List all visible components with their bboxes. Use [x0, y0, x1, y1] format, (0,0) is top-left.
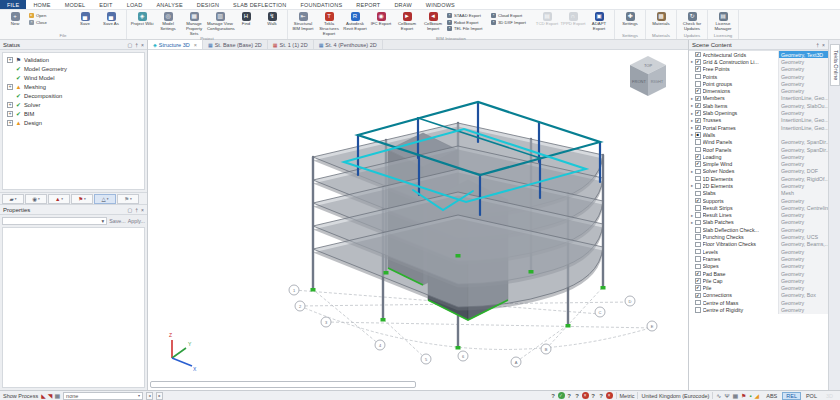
close-icon[interactable]: ×	[822, 42, 825, 48]
scene-row-slab-openings[interactable]: ▸✔Slab OpeningsGeometry	[689, 109, 828, 116]
ribbon-button-save[interactable]: ▄Save	[72, 11, 98, 27]
checkbox-on[interactable]: ✔	[695, 161, 701, 167]
analysis-status-8-icon[interactable]: ×	[606, 392, 613, 399]
ribbon-tab-model[interactable]: MODEL	[58, 0, 93, 9]
view-tab-st-4-penthouse-2d[interactable]: ▦St. 4 (Penthouse) 2D	[314, 40, 383, 49]
scene-row-pad-base[interactable]: ✔Pad BaseGeometry	[689, 270, 828, 277]
scene-row-2d-elements[interactable]: ▸2D ElementsGeometry	[689, 182, 828, 189]
ribbon-tab-file[interactable]: FILE	[0, 0, 26, 9]
analysis-status-3-icon[interactable]: ?	[566, 392, 573, 399]
command-input[interactable]	[150, 381, 416, 388]
ribbon-button-model-settings[interactable]: ◎Model Settings	[155, 11, 181, 32]
checkbox-on[interactable]: ✔	[695, 110, 701, 116]
ribbon-button-cloud-export[interactable]: ▪Cloud Export	[491, 13, 533, 18]
checkbox-off[interactable]	[695, 74, 701, 80]
checkbox-off[interactable]	[695, 147, 701, 153]
expander-icon[interactable]: +	[7, 57, 13, 63]
checkbox-on[interactable]: ✔	[695, 285, 701, 291]
checkbox-off[interactable]	[695, 212, 701, 218]
close-icon[interactable]: ×	[141, 207, 144, 213]
scene-row-slopes[interactable]: SlopesGeometry	[689, 263, 828, 270]
view-tab-st-base-base-2d[interactable]: ▦St. Base (Base) 2D	[203, 40, 268, 49]
checkbox-off[interactable]	[695, 205, 701, 211]
scene-row-roof-panels[interactable]: Roof PanelsGeometry, SpanDir...	[689, 146, 828, 153]
ribbon-button-new[interactable]: +New	[2, 11, 28, 27]
checkbox-on[interactable]: ✔	[695, 88, 701, 94]
ribbon-tab-slab-deflection[interactable]: SLAB DEFLECTION	[226, 0, 293, 9]
checkbox-off[interactable]	[695, 234, 701, 240]
checkbox-mixed[interactable]: ■	[695, 132, 701, 138]
scene-row-wind-panels[interactable]: Wind PanelsGeometry, SpanDir...	[689, 139, 828, 146]
scene-row-connections[interactable]: ✔ConnectionsGeometry, Box	[689, 292, 828, 299]
checkbox-on[interactable]: ✔	[695, 59, 701, 65]
checkbox-off[interactable]	[695, 81, 701, 87]
scene-row-pile[interactable]: ✔PileGeometry	[689, 285, 828, 292]
status-item-bim[interactable]: +✔BIM	[3, 109, 144, 118]
status-item-decomposition[interactable]: +✔Decomposition	[3, 91, 144, 100]
checkbox-off[interactable]	[695, 176, 701, 182]
checkbox-on[interactable]: ✔	[695, 154, 701, 160]
view-tab-st-1-1-2d[interactable]: ▦St. 1 (1) 2D	[268, 40, 314, 49]
ribbon-button-tppd-export[interactable]: ∩TPPD Export	[560, 11, 586, 27]
close-icon[interactable]: ×	[141, 42, 144, 48]
prev-button[interactable]: ◂	[146, 392, 153, 400]
analysis-status-1-icon[interactable]: ?	[550, 392, 557, 399]
expander-icon[interactable]: +	[7, 102, 13, 108]
ribbon-button-open[interactable]: ▸Open	[29, 13, 71, 18]
tree-icon[interactable]: Ψ	[724, 392, 729, 400]
ribbon-tab-analyse[interactable]: ANALYSE	[149, 0, 189, 9]
checkbox-off[interactable]	[695, 169, 701, 175]
scene-row-slab-patches[interactable]: ▸Slab PatchesGeometry	[689, 219, 828, 226]
scene-row-points[interactable]: PointsGeometry	[689, 73, 828, 80]
checkbox-on[interactable]: ✔	[695, 125, 701, 131]
ribbon-tab-draw[interactable]: DRAW	[387, 0, 418, 9]
checkbox-off[interactable]	[695, 227, 701, 233]
ribbon-button-manage-view-configurations[interactable]: ▥Manage View Configurations	[207, 11, 233, 32]
view-cube[interactable]: TOP FRONT RIGHT	[630, 56, 666, 96]
ribbon-button-ifc-export[interactable]: ◉IFC Export	[368, 11, 394, 27]
properties-preset-select[interactable]: ▾	[2, 217, 107, 225]
checkbox-off[interactable]	[695, 191, 701, 197]
scene-row-frames[interactable]: FramesGeometry	[689, 255, 828, 262]
scene-row-centre-of-rigidity[interactable]: Centre of RigidityGeometry	[689, 306, 828, 313]
scene-row-slab-deflection-check[interactable]: Slab Deflection Check...Geometry	[689, 226, 828, 233]
scene-row-1d-elements[interactable]: 1D ElementsGeometry, RigidOf...	[689, 175, 828, 182]
quick-tool-button-4[interactable]: ⚑▾	[71, 194, 93, 204]
quick-tool-button-6[interactable]: ⚑▾	[117, 194, 139, 204]
pin-icon[interactable]: †	[135, 207, 138, 213]
checkbox-on[interactable]: ✔	[695, 103, 701, 109]
apply-preset-link[interactable]: Apply...	[128, 218, 145, 224]
scene-row-simple-wind[interactable]: ✔Simple WindGeometry	[689, 160, 828, 167]
ribbon-tab-design[interactable]: DESIGN	[190, 0, 226, 9]
analysis-status-2-icon[interactable]: ✓	[558, 392, 565, 399]
ribbon-button-manage-property-sets[interactable]: ▦Manage Property Sets	[181, 11, 207, 36]
ribbon-tab-report[interactable]: REPORT	[349, 0, 387, 9]
analysis-status-4-icon[interactable]: ?	[574, 392, 581, 399]
scene-row-walls[interactable]: ▸■Walls	[689, 131, 828, 138]
ribbon-tab-windows[interactable]: WINDOWS	[419, 0, 462, 9]
expander-icon[interactable]: +	[7, 84, 13, 90]
ribbon-tab-home[interactable]: HOME	[26, 0, 57, 9]
scene-row-loading[interactable]: ✔LoadingGeometry	[689, 153, 828, 160]
status-item-solver[interactable]: +✔Solver	[3, 100, 144, 109]
checkbox-off[interactable]	[695, 139, 701, 145]
status-item-wind-model[interactable]: +✔Wind Model	[3, 73, 144, 82]
clip-icon[interactable]: ◣	[41, 392, 46, 400]
flag-icon[interactable]: ⚑	[741, 392, 746, 400]
grid-2-icon[interactable]: ▦	[732, 392, 738, 400]
ribbon-tab-edit[interactable]: EDIT	[92, 0, 119, 9]
scene-row-punching-checks[interactable]: Punching ChecksGeometry, UCS	[689, 233, 828, 240]
checkbox-on[interactable]: ✔	[695, 66, 701, 72]
scene-row-pile-cap[interactable]: ✔Pile CapGeometry	[689, 277, 828, 284]
checkbox-on[interactable]: ✔	[695, 198, 701, 204]
ribbon-button-close[interactable]: ×Close	[29, 20, 71, 25]
scene-row-floor-vibration-checks[interactable]: Floor Vibration ChecksGeometry, Beams,..…	[689, 241, 828, 248]
checkbox-on[interactable]: ✔	[695, 271, 701, 277]
scene-row-architectural-grids[interactable]: ✔Architectural GridsGeometry, Text3D	[689, 51, 828, 58]
quick-tool-button-3[interactable]: ▲▾	[48, 194, 70, 204]
scene-row-point-groups[interactable]: Point groupsGeometry	[689, 80, 828, 87]
ribbon-button-cellbeam-import[interactable]: ◄Cellbeam Import	[420, 11, 446, 32]
quick-tool-button-2[interactable]: ◉▾	[25, 194, 47, 204]
ribbon-button-save-as[interactable]: ▄Save As	[98, 11, 124, 27]
mode-rel[interactable]: REL	[782, 392, 801, 400]
